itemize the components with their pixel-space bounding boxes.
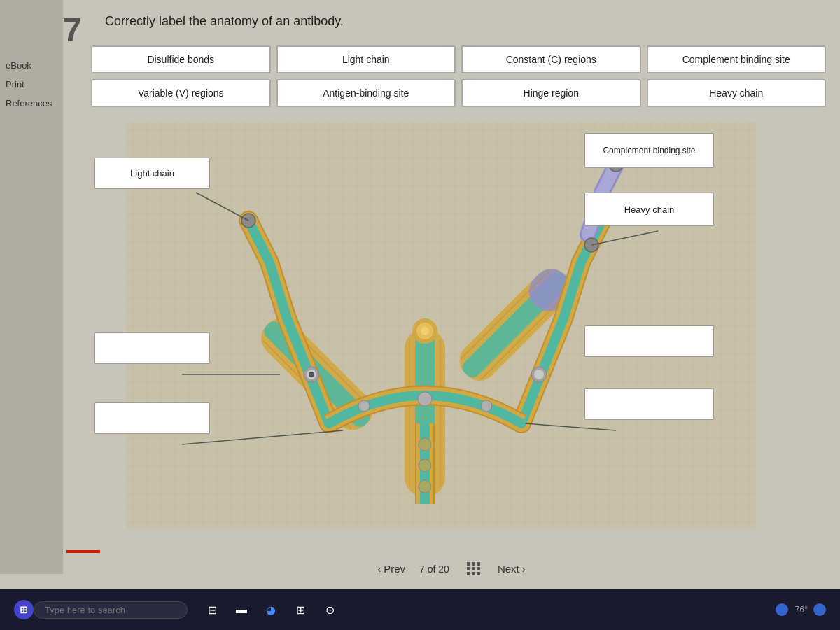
svg-point-30 [419,480,431,493]
taskbar-icon-desktop[interactable]: ⊟ [202,599,223,620]
prev-label: Prev [384,563,405,575]
question-text: Correctly label the anatomy of an antibo… [105,14,344,29]
answer-btn-variable-regions[interactable]: Variable (V) regions [91,79,271,107]
label-text-complement: Complement binding site [585,134,713,167]
label-box-heavy-chain[interactable]: Heavy chain [584,192,714,226]
next-button[interactable]: Next › [498,563,526,575]
taskbar-status-indicator [776,603,788,616]
label-box-left-mid[interactable] [94,332,210,364]
diagram-area: Light chain Complement binding site Heav… [91,122,826,616]
taskbar-icon-settings[interactable]: ⊙ [319,599,340,620]
grid-view-icon[interactable] [467,562,480,575]
sidebar-item-references[interactable]: References [0,94,63,113]
next-chevron-icon: › [522,563,526,575]
label-text-heavy-chain: Heavy chain [585,193,713,225]
svg-point-17 [421,327,429,335]
svg-point-29 [419,459,431,472]
label-box-complement[interactable]: Complement binding site [584,133,714,168]
page-info: 7 of 20 [419,564,449,575]
svg-point-27 [418,392,432,406]
question-number: 7 [63,10,82,49]
taskbar-icons: ⊟ ▬ ◕ ⊞ ⊙ [202,599,340,620]
label-box-bottom-left[interactable] [94,402,210,434]
windows-taskbar: ⊞ ⊟ ▬ ◕ ⊞ ⊙ 76° [0,589,840,630]
label-box-right-mid[interactable] [584,326,714,357]
label-box-bottom-right[interactable] [584,388,714,420]
answer-buttons-grid: Disulfide bonds Light chain Constant (C)… [91,46,826,107]
sidebar-item-print[interactable]: Print [0,75,63,94]
taskbar-icon-apps[interactable]: ⊞ [290,599,311,620]
windows-start-button[interactable]: ⊞ [14,600,34,620]
taskbar-user-icon[interactable] [813,603,826,616]
answer-btn-hinge[interactable]: Hinge region [461,79,641,107]
answer-btn-disulfide[interactable]: Disulfide bonds [91,46,271,74]
svg-point-28 [419,438,431,451]
svg-point-24 [534,370,544,379]
navigation-bar: ‹ Prev 7 of 20 Next › [63,553,840,584]
windows-search-input[interactable] [34,601,188,619]
prev-button[interactable]: ‹ Prev [377,563,405,575]
answer-btn-heavy-chain[interactable]: Heavy chain [647,79,827,107]
answer-btn-complement[interactable]: Complement binding site [647,46,827,74]
sidebar-item-ebook[interactable]: eBook [0,56,63,75]
label-box-light-chain[interactable]: Light chain [94,158,210,189]
temperature-display: 76° [795,605,808,615]
sidebar: eBook Print References [0,0,63,574]
prev-chevron-icon: ‹ [377,563,381,575]
label-text-light-chain: Light chain [95,158,209,188]
answer-btn-constant-regions[interactable]: Constant (C) regions [461,46,641,74]
svg-point-37 [309,372,314,377]
svg-point-25 [358,400,370,412]
answer-btn-antigen[interactable]: Antigen-binding site [276,79,456,107]
taskbar-icon-folder[interactable]: ▬ [231,599,252,620]
answer-btn-light-chain[interactable]: Light chain [276,46,456,74]
svg-point-26 [481,400,492,412]
taskbar-icon-browser[interactable]: ◕ [260,599,281,620]
next-label: Next [498,563,519,575]
taskbar-right-area: 76° [795,603,826,616]
